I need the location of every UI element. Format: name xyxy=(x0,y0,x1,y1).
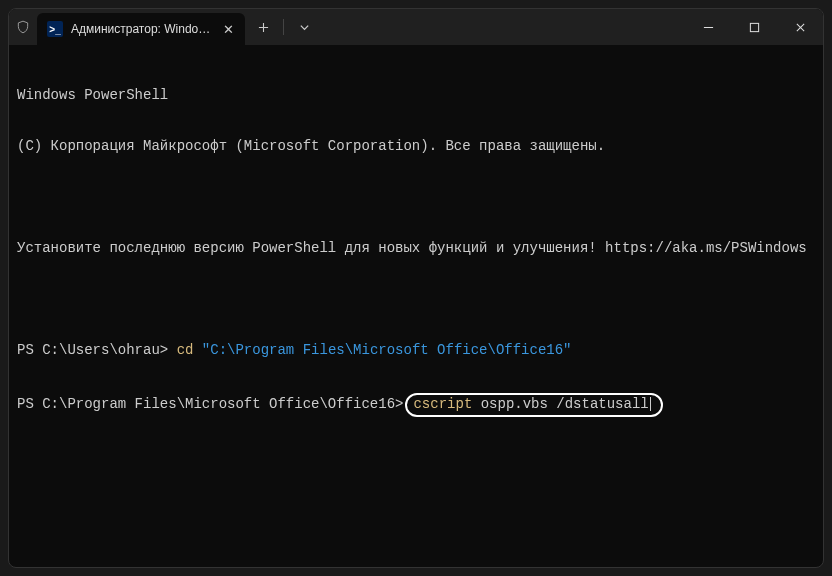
output-line: (C) Корпорация Майкрософт (Microsoft Cor… xyxy=(17,138,811,155)
powershell-icon: >_ xyxy=(47,21,63,37)
svg-rect-0 xyxy=(750,23,758,31)
active-tab[interactable]: >_ Администратор: Windows Pc ✕ xyxy=(37,13,245,45)
prompt-line-1: PS C:\Users\ohrau> cd "C:\Program Files\… xyxy=(17,342,811,359)
new-tab-button[interactable] xyxy=(245,9,281,45)
close-window-button[interactable] xyxy=(777,9,823,45)
tab-dropdown-button[interactable] xyxy=(286,9,322,45)
divider xyxy=(283,19,284,35)
prompt-line-2: PS C:\Program Files\Microsoft Office\Off… xyxy=(17,393,811,417)
minimize-button[interactable] xyxy=(685,9,731,45)
titlebar-drag-area[interactable] xyxy=(322,9,685,45)
output-line: Установите последнюю версию PowerShell д… xyxy=(17,240,811,257)
admin-shield-icon xyxy=(9,9,37,45)
output-line: Windows PowerShell xyxy=(17,87,811,104)
blank-line xyxy=(17,291,811,308)
maximize-button[interactable] xyxy=(731,9,777,45)
highlighted-command: cscript ospp.vbs /dstatusall xyxy=(405,393,662,417)
window-controls xyxy=(685,9,823,45)
terminal-output[interactable]: Windows PowerShell (C) Корпорация Майкро… xyxy=(9,45,823,567)
tab-title: Администратор: Windows Pc xyxy=(71,22,211,36)
text-cursor xyxy=(650,397,651,411)
blank-line xyxy=(17,189,811,206)
terminal-window: >_ Администратор: Windows Pc ✕ Windows P… xyxy=(8,8,824,568)
tab-close-button[interactable]: ✕ xyxy=(219,20,237,38)
titlebar: >_ Администратор: Windows Pc ✕ xyxy=(9,9,823,45)
